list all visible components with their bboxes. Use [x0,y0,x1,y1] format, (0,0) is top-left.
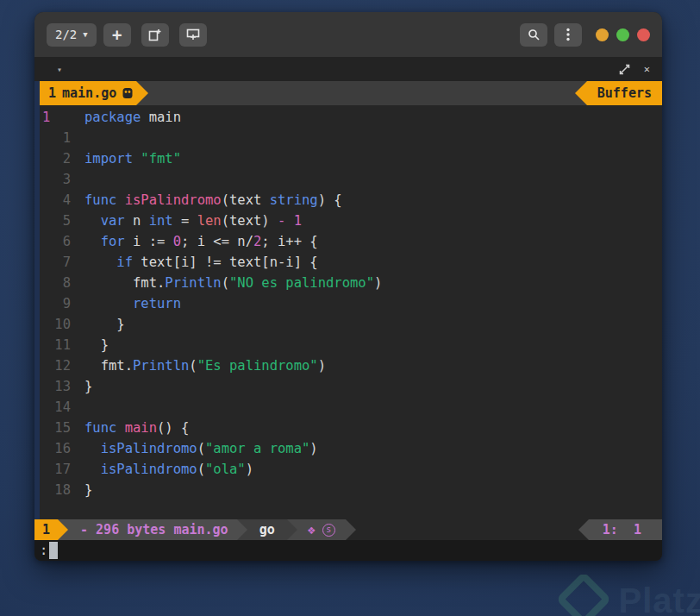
chevron-down-icon: ▼ [83,30,87,39]
watermark-text: Platzi [619,581,700,616]
line-number: 12 [40,355,71,376]
code-text: for i := 0; i <= n/2; i++ { [84,231,318,252]
line-number: 1 [40,107,71,128]
line-number: 17 [40,459,71,480]
watermark: Platzi [559,575,700,616]
buffer-bar-spacer [148,81,575,105]
code-text: func isPalindromo(text string) { [84,190,342,211]
new-tab-button[interactable]: + [103,23,131,47]
gopher-icon [122,87,133,99]
line-number: 5 [40,211,71,231]
code-area[interactable]: 1package main12import "fmt"34func isPali… [40,105,662,519]
buffer-bar: 1 main.go Buffers [40,81,662,105]
code-text: } [84,480,92,500]
close-button[interactable] [637,28,650,41]
code-line[interactable]: 9 return [40,293,662,314]
code-text: } [84,335,109,355]
code-line[interactable]: 7 if text[i] != text[n-i] { [40,252,662,273]
code-text: fmt.Println("NO es palindromo") [84,273,382,293]
command-prompt: : [40,543,47,558]
statusline-cursor-position: 1: 1 [589,519,662,540]
tab-counter-dropdown[interactable]: 2/2 ▼ [47,23,97,47]
command-line[interactable]: : [34,540,662,561]
buffer-name: main.go [62,85,116,101]
code-line[interactable]: 3 [40,169,662,190]
split-new-icon [148,28,161,41]
buffers-arrow [575,81,587,105]
buffers-label: Buffers [587,81,662,105]
powerline-separator [578,519,589,540]
powerline-separator [237,519,247,540]
code-line[interactable]: 2import "fmt" [40,148,662,169]
code-line[interactable]: 17 isPalindromo("ola") [40,459,662,480]
code-text: import "fmt" [84,148,181,169]
buffer-tab-main-go[interactable]: 1 main.go [40,81,136,105]
line-number: 14 [40,397,71,418]
line-number: 18 [40,480,71,500]
code-line[interactable]: 1package main [40,107,662,128]
platzi-logo-icon [559,575,609,616]
terminal-cursor [49,542,58,559]
line-number: 11 [40,335,71,355]
minimize-button[interactable] [596,28,609,41]
editor-region: 1 main.go Buffers 1package main12import … [34,81,662,519]
powerline-separator [58,519,68,540]
code-line[interactable]: 1 [40,128,662,148]
line-number: 8 [40,273,71,293]
split-vertical-button[interactable] [141,23,169,47]
code-line[interactable]: 16 isPalindromo("amor a roma") [40,438,662,459]
s-circle-icon: s [322,524,335,537]
powerline-separator [346,519,356,540]
code-text: isPalindromo("ola") [84,459,253,480]
code-line[interactable]: 14 [40,397,662,418]
statusline: 1 - 296 bytes main.go go ❖ s 1: 1 [34,519,662,540]
titlebar: 2/2 ▼ + [34,12,662,57]
statusline-plugins: ❖ s [297,519,346,540]
split-horizontal-button[interactable] [179,23,207,47]
split-down-icon [186,28,200,41]
code-line[interactable]: 18} [40,480,662,500]
code-line[interactable]: 4func isPalindromo(text string) { [40,190,662,211]
line-number: 16 [40,438,71,459]
expand-icon[interactable] [619,64,630,75]
maximize-button[interactable] [616,28,629,41]
code-text: isPalindromo("amor a roma") [84,438,318,459]
code-text: var n int = len(text) - 1 [84,211,302,231]
code-line[interactable]: 10 } [40,314,662,335]
code-text: fmt.Println("Es palindromo") [84,355,326,376]
code-line[interactable]: 12 fmt.Println("Es palindromo") [40,355,662,376]
buffer-index: 1 [48,85,56,101]
statusline-filler [356,519,578,540]
terminal-window: 2/2 ▼ + [34,12,662,561]
line-number: 1 [40,128,71,148]
pane-row: ▾ ✕ [34,57,662,81]
line-number: 9 [40,293,71,314]
tab-arrow [136,81,148,105]
pane-dropdown-icon[interactable]: ▾ [57,65,62,74]
menu-button[interactable] [554,23,582,47]
search-icon [528,28,541,41]
code-line[interactable]: 15func main() { [40,418,662,438]
menu-dots-icon [566,28,570,41]
code-text: func main() { [84,418,189,438]
code-line[interactable]: 8 fmt.Println("NO es palindromo") [40,273,662,293]
code-line[interactable]: 11 } [40,335,662,355]
line-number: 4 [40,190,71,211]
powerline-separator [287,519,297,540]
line-number: 15 [40,418,71,438]
tab-counter-label: 2/2 [55,28,77,41]
line-number: 10 [40,314,71,335]
line-number: 6 [40,231,71,252]
search-button[interactable] [520,23,547,47]
line-number: 2 [40,148,71,169]
close-pane-icon[interactable]: ✕ [644,63,650,75]
statusline-file-info: - 296 bytes main.go [68,519,237,540]
code-text: } [84,376,92,397]
code-line[interactable]: 13} [40,376,662,397]
line-number: 7 [40,252,71,273]
code-line[interactable]: 5 var n int = len(text) - 1 [40,211,662,231]
line-number: 13 [40,376,71,397]
plus-icon: + [112,25,122,44]
code-line[interactable]: 6 for i := 0; i <= n/2; i++ { [40,231,662,252]
statusline-filetype: go [247,519,287,540]
